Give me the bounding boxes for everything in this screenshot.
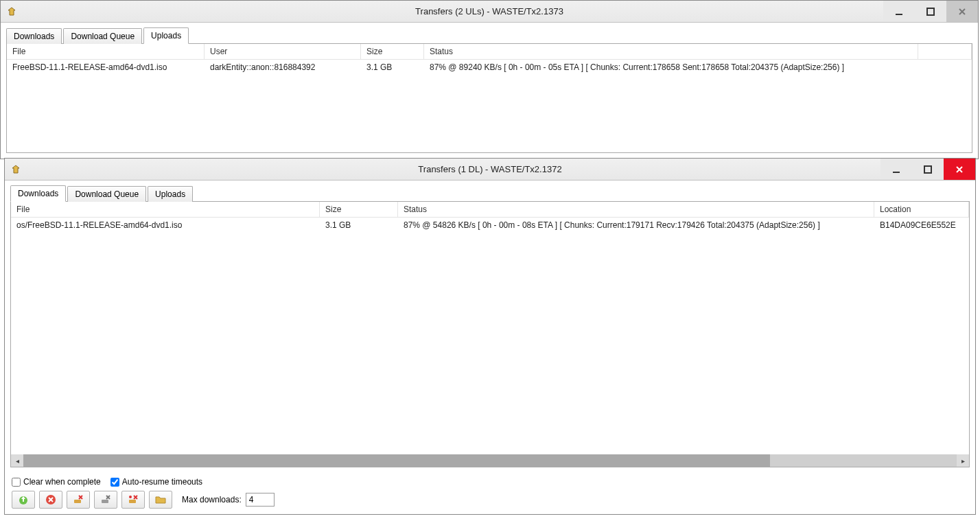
- scroll-track[interactable]: [23, 454, 957, 467]
- col-status[interactable]: Status: [424, 44, 918, 60]
- bottom-bar: Clear when complete Auto-resume timeouts: [5, 473, 975, 514]
- col-size[interactable]: Size: [320, 202, 398, 218]
- col-location[interactable]: Location: [874, 202, 969, 218]
- clear-when-complete-checkbox[interactable]: Clear when complete: [12, 477, 101, 487]
- uploads-pane: File User Size Status FreeBSD-11.1-RELEA…: [6, 43, 972, 153]
- svg-rect-10: [129, 500, 136, 503]
- transfers-window-downloads: Transfers (1 DL) - WASTE/Tx2.1372 Downlo…: [4, 158, 976, 515]
- downloads-pane: File Size Status Location os/FreeBSD-11.…: [10, 201, 970, 467]
- cell-size: 3.1 GB: [320, 218, 398, 233]
- tab-download-queue[interactable]: Download Queue: [63, 28, 142, 44]
- clear-inactive-button[interactable]: [94, 491, 117, 509]
- tab-downloads[interactable]: Downloads: [6, 28, 62, 44]
- maximize-button[interactable]: [912, 159, 944, 180]
- open-folder-button[interactable]: [149, 491, 172, 509]
- svg-rect-2: [927, 8, 934, 15]
- col-file[interactable]: File: [11, 202, 320, 218]
- scroll-left-icon[interactable]: ◂: [11, 454, 23, 467]
- svg-marker-3: [12, 165, 19, 173]
- auto-resume-checkbox[interactable]: Auto-resume timeouts: [110, 477, 202, 487]
- column-headers: File User Size Status: [7, 44, 972, 60]
- tab-download-queue[interactable]: Download Queue: [67, 186, 146, 202]
- transfers-window-uploads: Transfers (2 ULs) - WASTE/Tx2.1373 Downl…: [0, 0, 979, 159]
- cell-file: os/FreeBSD-11.1-RELEASE-amd64-dvd1.iso: [11, 218, 320, 233]
- uploads-list[interactable]: File User Size Status FreeBSD-11.1-RELEA…: [7, 44, 972, 152]
- horizontal-scrollbar[interactable]: ◂ ▸: [11, 454, 969, 467]
- window-controls: [883, 1, 978, 22]
- scroll-right-icon[interactable]: ▸: [957, 454, 969, 467]
- svg-rect-5: [924, 166, 931, 173]
- max-downloads-input[interactable]: [246, 493, 275, 507]
- svg-marker-0: [8, 8, 15, 15]
- cell-location: B14DA09CE6E552E: [874, 218, 969, 233]
- column-headers: File Size Status Location: [11, 202, 969, 218]
- tab-downloads[interactable]: Downloads: [10, 185, 66, 202]
- svg-rect-4: [893, 172, 900, 173]
- auto-resume-label: Auto-resume timeouts: [122, 477, 202, 487]
- col-file[interactable]: File: [7, 44, 205, 60]
- clear-when-complete-label: Clear when complete: [23, 477, 101, 487]
- options-row: Clear when complete Auto-resume timeouts: [12, 477, 968, 487]
- table-row[interactable]: FreeBSD-11.1-RELEASE-amd64-dvd1.iso dark…: [7, 60, 972, 75]
- svg-rect-9: [102, 500, 108, 503]
- minimize-button[interactable]: [880, 159, 912, 180]
- col-spacer: [918, 44, 972, 60]
- titlebar[interactable]: Transfers (2 ULs) - WASTE/Tx2.1373: [1, 1, 978, 23]
- downloads-list[interactable]: File Size Status Location os/FreeBSD-11.…: [11, 202, 969, 454]
- tab-uploads[interactable]: Uploads: [148, 186, 193, 202]
- clear-when-complete-input[interactable]: [12, 478, 21, 487]
- cell-file: FreeBSD-11.1-RELEASE-amd64-dvd1.iso: [7, 60, 205, 75]
- max-downloads-label: Max downloads:: [182, 495, 242, 504]
- close-button[interactable]: [946, 1, 978, 22]
- toolbar: Max downloads:: [12, 491, 968, 509]
- scroll-thumb[interactable]: [23, 454, 770, 467]
- resume-button[interactable]: [12, 491, 35, 509]
- close-button[interactable]: [944, 159, 975, 180]
- cell-user: darkEntity::anon::816884392: [205, 60, 361, 75]
- svg-point-11: [129, 496, 132, 498]
- window-title: Transfers (1 DL) - WASTE/Tx2.1372: [5, 164, 975, 174]
- app-icon: [10, 164, 21, 175]
- tab-strip: Downloads Download Queue Uploads: [5, 181, 975, 201]
- tab-uploads[interactable]: Uploads: [143, 27, 189, 44]
- cancel-button[interactable]: [39, 491, 62, 509]
- minimize-button[interactable]: [883, 1, 915, 22]
- auto-resume-input[interactable]: [110, 478, 119, 487]
- col-user[interactable]: User: [205, 44, 361, 60]
- tab-strip: Downloads Download Queue Uploads: [1, 23, 978, 43]
- cell-status: 87% @ 89240 KB/s [ 0h - 00m - 05s ETA ] …: [424, 60, 918, 75]
- col-status[interactable]: Status: [398, 202, 874, 218]
- col-size[interactable]: Size: [361, 44, 424, 60]
- titlebar[interactable]: Transfers (1 DL) - WASTE/Tx2.1372: [5, 159, 975, 181]
- svg-rect-8: [74, 500, 81, 503]
- table-row[interactable]: os/FreeBSD-11.1-RELEASE-amd64-dvd1.iso 3…: [11, 218, 969, 233]
- svg-rect-1: [896, 14, 902, 15]
- clear-all-button[interactable]: [121, 491, 145, 509]
- app-icon: [6, 6, 17, 17]
- clear-completed-button[interactable]: [67, 491, 90, 509]
- window-title: Transfers (2 ULs) - WASTE/Tx2.1373: [1, 6, 978, 16]
- window-controls: [880, 159, 975, 180]
- cell-status: 87% @ 54826 KB/s [ 0h - 00m - 08s ETA ] …: [398, 218, 874, 233]
- maximize-button[interactable]: [915, 1, 946, 22]
- cell-size: 3.1 GB: [361, 60, 424, 75]
